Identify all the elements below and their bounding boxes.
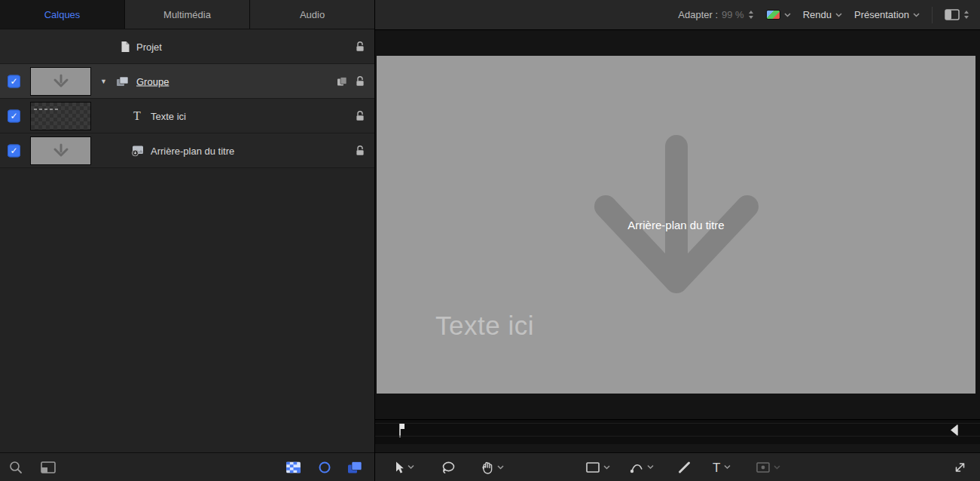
color-swatch [766,10,780,20]
canvas-toolbar: Adapter : 99 % Rendu Présentation [375,0,980,30]
canvas-area[interactable]: Arrière-plan du titre Texte ici [375,30,980,419]
tab-calques[interactable]: Calques [0,0,125,29]
layers-icon[interactable] [347,461,362,473]
stroke-tool-icon [678,461,691,473]
group-icon [116,76,129,87]
zoom-value: 99 % [722,9,744,20]
layer-label: Texte ici [151,110,186,121]
lock-open-icon[interactable] [355,145,365,157]
shape-tool-icon [756,462,770,473]
toolbar-divider [932,7,933,23]
chevron-down-icon [835,13,842,17]
layer-thumbnail[interactable] [30,102,91,130]
tab-label: Calques [44,9,81,20]
search-icon[interactable] [9,461,23,474]
placeholder-text[interactable]: Texte ici [435,311,534,341]
end-range-marker[interactable] [948,424,959,437]
layer-label: Groupe [136,75,169,87]
visibility-checkbox[interactable]: ✓ [8,144,20,157]
layer-row-project[interactable]: Projet [0,29,374,64]
select-arrow-icon [393,461,404,473]
chevron-down-icon [603,465,610,470]
tab-label: Audio [300,9,325,20]
fullscreen-toggle[interactable] [954,461,966,473]
hand-tool[interactable] [481,461,504,474]
display-layout-control[interactable] [945,9,969,20]
mini-timeline[interactable] [375,419,980,444]
layers-list: Projet ✓ ▼ Groupe [0,29,374,168]
layer-thumbnail[interactable] [30,136,91,165]
arrow-thumb-icon [51,143,71,158]
chevron-down-icon [774,465,780,470]
select-tool[interactable] [393,461,414,473]
visibility-checkbox[interactable]: ✓ [8,75,20,87]
chevron-down-icon [724,465,731,470]
stepper-icon [963,10,969,20]
hand-tool-icon [481,461,493,474]
stepper-icon [748,10,754,20]
layer-row-media[interactable]: ✓ Arrière-plan du titre [0,133,374,168]
circle-icon[interactable] [318,461,331,474]
text-tool[interactable]: T [713,461,731,473]
tab-audio[interactable]: Audio [250,0,374,29]
adjust-tool-icon [441,461,455,474]
rect-tool-icon [586,462,600,473]
panel-tabbar: Calques Multimédia Audio [0,0,374,29]
chevron-down-icon [647,465,654,470]
media-icon [131,145,144,156]
layer-label: Arrière-plan du titre [151,145,234,156]
bezier-tool[interactable] [630,461,654,473]
contents-icon[interactable] [337,76,347,86]
zoom-fit-dropdown[interactable]: Adapter : 99 % [678,9,753,20]
text-layer-icon: T [133,109,141,123]
layers-panel: Calques Multimédia Audio Projet ✓ [0,0,375,481]
lock-open-icon[interactable] [355,41,365,53]
layer-row-text[interactable]: ✓ T Texte ici [0,99,374,133]
lock-open-icon[interactable] [355,75,365,87]
frame-icon[interactable] [41,461,56,473]
check-icon: ✓ [10,112,17,121]
visibility-checkbox[interactable]: ✓ [8,109,20,122]
layer-row-group[interactable]: ✓ ▼ Groupe [0,64,374,99]
tab-label: Multimédia [163,9,211,20]
shape-tool-disabled[interactable] [756,462,780,473]
chevron-down-icon [913,13,920,17]
lock-open-icon[interactable] [355,110,365,122]
disclosure-triangle-icon[interactable]: ▼ [100,78,107,85]
display-icon [945,9,960,20]
expand-icon [954,461,966,473]
adjust-item-tool[interactable] [441,461,455,474]
paint-stroke-tool[interactable] [678,461,691,473]
layer-label: Projet [136,41,162,52]
chevron-down-icon [784,13,791,17]
check-icon: ✓ [10,146,17,155]
check-icon: ✓ [10,77,17,86]
color-channels-dropdown[interactable] [766,10,791,20]
background-title-text[interactable]: Arrière-plan du titre [377,219,975,231]
rectangle-tool[interactable] [586,462,610,473]
playhead-marker[interactable] [397,421,406,440]
canvas-stage[interactable]: Arrière-plan du titre Texte ici [377,56,975,394]
view-dropdown[interactable]: Présentation [854,9,920,20]
chevron-down-icon [497,465,504,470]
layers-panel-footer [0,452,374,481]
tab-multimedia[interactable]: Multimédia [125,0,250,29]
bezier-tool-icon [630,461,643,473]
view-label: Présentation [854,9,909,20]
arrow-thumb-icon [51,74,71,89]
checkerboard-icon[interactable] [286,461,301,473]
render-label: Rendu [803,9,832,20]
chevron-down-icon [408,465,414,470]
text-tool-icon: T [713,461,720,473]
tools-toolbar: T [375,452,980,481]
layer-thumbnail[interactable] [30,67,91,96]
fit-label: Adapter : [678,9,718,20]
render-dropdown[interactable]: Rendu [803,9,842,20]
document-icon [120,41,130,53]
